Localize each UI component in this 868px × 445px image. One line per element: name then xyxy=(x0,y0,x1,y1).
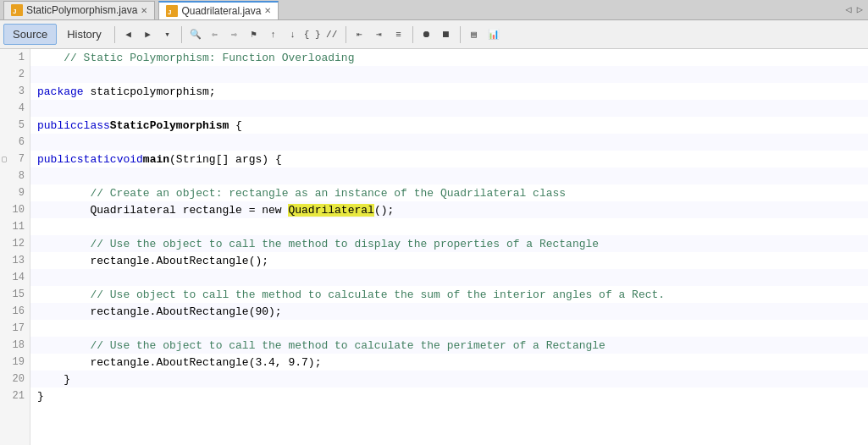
tab-static-polymorphism[interactable]: J StaticPolymorphism.java ✕ xyxy=(3,1,155,19)
prev-occurrence-button[interactable]: ⇦ xyxy=(206,25,224,44)
toolbar-search-group: 🔍 ⇦ ⇨ ⚑ ↑ ↓ { } // xyxy=(186,25,341,44)
line-number-11: 11 xyxy=(0,218,30,235)
svg-text:J: J xyxy=(13,8,16,15)
code-line-12: // Use the object to call the method to … xyxy=(30,235,868,252)
tab-quadrilateral[interactable]: J Quadrilateral.java ✕ xyxy=(158,1,279,19)
line-number-9: 9 xyxy=(0,184,30,201)
code-line-21: } xyxy=(30,387,868,404)
search-button[interactable]: 🔍 xyxy=(186,25,205,44)
code-line-9: // Create an object: rectangle as an ins… xyxy=(30,184,868,201)
tab-quad-label: Quadrilateral.java xyxy=(181,5,261,17)
toggle-comment-bracket-button[interactable]: { } xyxy=(303,25,322,44)
code-line-19: rectangle.AboutRectangle(3.4, 9.7); xyxy=(30,354,868,371)
code-line-20: } xyxy=(30,371,868,387)
tab-static-close[interactable]: ✕ xyxy=(141,6,147,15)
code-line-11 xyxy=(30,218,868,235)
code-line-15: // Use object to call the method to calc… xyxy=(30,286,868,303)
code-line-2 xyxy=(30,66,868,83)
toolbar-run-group: ▤ 📊 xyxy=(465,25,503,44)
toolbar-sep-5 xyxy=(460,26,461,43)
back-button[interactable]: ◀ xyxy=(119,25,138,44)
toolbar: Source History ◀ ▶ ▾ 🔍 ⇦ ⇨ ⚑ ↑ ↓ { } // … xyxy=(0,20,868,49)
code-content[interactable]: // Static Polymorphism: Function Overloa… xyxy=(30,49,868,445)
line-number-19: 19 xyxy=(0,354,30,371)
java-file-icon: J xyxy=(11,4,23,16)
run-debug-button[interactable]: 📊 xyxy=(484,25,503,44)
line-number-10: 10 xyxy=(0,201,30,218)
line-number-3: 3 xyxy=(0,83,30,100)
line-number-15: 15 xyxy=(0,286,30,303)
highlighted-word: Quadrilateral xyxy=(288,204,373,217)
line-number-1: 1 xyxy=(0,49,30,66)
line-number-13: 13 xyxy=(0,252,30,269)
dropdown-button[interactable]: ▾ xyxy=(158,25,177,44)
code-line-14 xyxy=(30,269,868,286)
toolbar-nav-group: ◀ ▶ ▾ xyxy=(119,25,177,44)
code-line-8 xyxy=(30,168,868,184)
line-number-16: 16 xyxy=(0,303,30,320)
code-line-16: rectangle.AboutRectangle(90); xyxy=(30,303,868,320)
toolbar-sep-4 xyxy=(412,26,413,43)
toggle-format-button[interactable]: ≡ xyxy=(390,25,408,44)
code-line-10: Quadrilateral rectangle = new Quadrilate… xyxy=(30,201,868,218)
line-number-2: 2 xyxy=(0,66,30,83)
prev-bookmark-button[interactable]: ↑ xyxy=(264,25,283,44)
java-file-icon-2: J xyxy=(166,5,178,17)
run-last-button[interactable]: ▤ xyxy=(465,25,484,44)
comment-text: // Use the object to call the method to … xyxy=(37,238,599,250)
line-number-4: 4 xyxy=(0,100,30,117)
editor: 123456▢789101112131415161718192021 // St… xyxy=(0,49,868,445)
record-macro-button[interactable]: ⏺ xyxy=(417,25,436,44)
next-occurrence-button[interactable]: ⇨ xyxy=(225,25,244,44)
line-number-20: 20 xyxy=(0,371,30,387)
code-line-13: rectangle.AboutRectangle(); xyxy=(30,252,868,269)
nav-next-arrow[interactable]: ▷ xyxy=(855,3,865,16)
line-numbers: 123456▢789101112131415161718192021 xyxy=(0,49,30,445)
tab-nav-arrows: ◁ ▷ xyxy=(844,3,865,16)
code-line-18: // Use the object to call the method to … xyxy=(30,337,868,354)
toolbar-sep-1 xyxy=(114,26,115,43)
code-line-17 xyxy=(30,320,868,337)
line-number-6: 6 xyxy=(0,134,30,151)
title-bar: J StaticPolymorphism.java ✕ J Quadrilate… xyxy=(0,0,868,20)
toolbar-sep-2 xyxy=(181,26,182,43)
tab-quad-close[interactable]: ✕ xyxy=(264,6,271,15)
line-number-21: 21 xyxy=(0,387,30,404)
line-number-5: 5 xyxy=(0,117,30,134)
line-number-8: 8 xyxy=(0,168,30,184)
stop-macro-button[interactable]: ⏹ xyxy=(437,25,456,44)
shift-right-button[interactable]: ⇥ xyxy=(370,25,389,44)
toolbar-macro-group: ⏺ ⏹ xyxy=(417,25,456,44)
source-tab[interactable]: Source xyxy=(3,24,57,45)
collapse-icon-7[interactable]: ▢ xyxy=(2,154,7,164)
comment-text: // Use the object to call the method to … xyxy=(37,339,605,352)
comment-text: // Use object to call the method to calc… xyxy=(37,288,665,301)
code-line-7: public static void main(String[] args) { xyxy=(30,151,868,168)
code-line-1: // Static Polymorphism: Function Overloa… xyxy=(30,49,868,66)
nav-prev-arrow[interactable]: ◁ xyxy=(844,3,854,16)
toolbar-sep-3 xyxy=(346,26,346,43)
code-line-3: package staticpolymorphism; xyxy=(30,83,868,100)
code-line-5: public class StaticPolymorphism { xyxy=(30,117,868,134)
code-line-6 xyxy=(30,134,868,151)
toolbar-format-group: ⇤ ⇥ ≡ xyxy=(351,25,408,44)
svg-text:J: J xyxy=(168,8,171,16)
comment-text: // Create an object: rectangle as an ins… xyxy=(37,187,566,200)
line-number-14: 14 xyxy=(0,269,30,286)
comment-text: // Static Polymorphism: Function Overloa… xyxy=(37,52,354,64)
tab-static-label: StaticPolymorphism.java xyxy=(26,4,137,16)
next-bookmark-button[interactable]: ↓ xyxy=(284,25,302,44)
history-tab[interactable]: History xyxy=(58,25,109,44)
line-number-18: 18 xyxy=(0,337,30,354)
toggle-bookmark-button[interactable]: ⚑ xyxy=(245,25,263,44)
line-number-7: ▢7 xyxy=(0,151,30,168)
forward-button[interactable]: ▶ xyxy=(139,25,158,44)
shift-left-button[interactable]: ⇤ xyxy=(351,25,369,44)
line-number-12: 12 xyxy=(0,235,30,252)
line-number-17: 17 xyxy=(0,320,30,337)
toggle-comment-button[interactable]: // xyxy=(323,25,341,44)
code-line-4 xyxy=(30,100,868,117)
